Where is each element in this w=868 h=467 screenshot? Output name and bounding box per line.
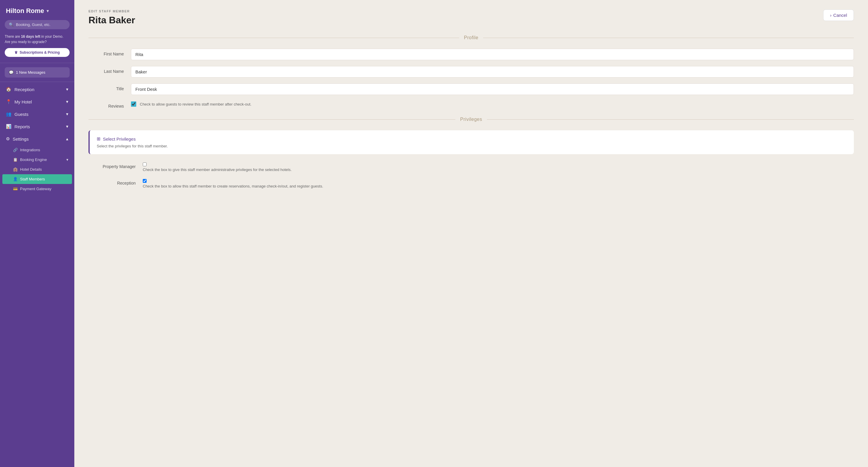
first-name-label: First Name (89, 49, 124, 56)
privileges-section-divider: Privileges (89, 117, 854, 122)
search-placeholder: Booking, Guest, etc. (16, 22, 51, 27)
main-content: EDIT STAFF MEMBER Rita Baker › Cancel Pr… (74, 0, 868, 467)
booking-engine-chevron-icon: ▾ (66, 157, 68, 162)
title-row: Title (89, 84, 854, 95)
edit-label: EDIT STAFF MEMBER (89, 9, 135, 13)
reception-privilege-checkbox[interactable] (143, 179, 147, 183)
title-input[interactable] (131, 84, 854, 95)
hotel-name[interactable]: Hilton Rome ▾ (0, 0, 74, 18)
sidebar-divider (0, 63, 74, 63)
hotel-name-text: Hilton Rome (6, 7, 44, 15)
first-name-row: First Name (89, 49, 854, 60)
reception-privilege-row: Reception Check the box to allow this st… (89, 179, 854, 188)
upgrade-button[interactable]: ♛ Subscriptions & Pricing (5, 48, 70, 57)
sidebar: Hilton Rome ▾ 🔍 Booking, Guest, etc. The… (0, 0, 74, 467)
my-hotel-chevron-icon: ▾ (66, 99, 68, 104)
select-privileges-desc: Select the privileges for this staff mem… (97, 144, 847, 148)
settings-chevron-icon: ▴ (66, 136, 68, 142)
select-privileges-link[interactable]: ⊞ Select Privileges (97, 136, 847, 142)
sidebar-item-my-hotel[interactable]: 📍 My Hotel ▾ (0, 96, 74, 108)
reviews-label: Reviews (89, 101, 124, 108)
reception-icon: 🏠 (6, 87, 11, 92)
last-name-label: Last Name (89, 66, 124, 74)
privileges-icon: ⊞ (97, 136, 100, 142)
page-header: EDIT STAFF MEMBER Rita Baker › Cancel (89, 9, 854, 26)
sidebar-item-reports[interactable]: 📊 Reports ▾ (0, 120, 74, 133)
reviews-hint: Check to allow guests to review this sta… (140, 102, 251, 106)
sidebar-item-settings[interactable]: ⚙ Settings ▴ (0, 133, 74, 145)
reports-icon: 📊 (6, 124, 11, 129)
cancel-button[interactable]: › Cancel (823, 9, 854, 21)
guests-icon: 👥 (6, 112, 11, 117)
reports-chevron-icon: ▾ (66, 124, 68, 129)
title-label: Title (89, 84, 124, 91)
crown-icon: ♛ (14, 51, 18, 55)
sidebar-item-integrations[interactable]: 🔗 Integrations (0, 145, 74, 155)
cancel-chevron-icon: › (830, 13, 831, 18)
reception-privilege-label: Reception (89, 179, 136, 185)
sidebar-item-reception[interactable]: 🏠 Reception ▾ (0, 83, 74, 96)
sidebar-item-staff-members[interactable]: 👤 Staff Members (2, 174, 72, 184)
settings-icon: ⚙ (6, 136, 10, 142)
reviews-row: Reviews Check to allow guests to review … (89, 101, 854, 108)
sidebar-divider-2 (0, 82, 74, 82)
booking-engine-icon: 📋 (13, 157, 18, 162)
sidebar-item-payment-gateway[interactable]: 💳 Payment Gateway (0, 184, 74, 194)
messages-button[interactable]: 💬 1 New Messages (5, 67, 70, 77)
search-bar[interactable]: 🔍 Booking, Guest, etc. (5, 20, 70, 29)
last-name-row: Last Name (89, 66, 854, 77)
message-icon: 💬 (9, 70, 13, 74)
sidebar-item-booking-engine[interactable]: 📋 Booking Engine ▾ (0, 155, 74, 164)
demo-notice: There are 16 days left in your Demo. Are… (5, 34, 70, 44)
last-name-input[interactable] (131, 66, 854, 77)
sidebar-item-hotel-details[interactable]: 🏨 Hotel Details (0, 164, 74, 174)
hotel-details-icon: 🏨 (13, 167, 18, 172)
select-privileges-card: ⊞ Select Privileges Select the privilege… (89, 130, 854, 154)
my-hotel-icon: 📍 (6, 99, 11, 104)
reception-chevron-icon: ▾ (66, 87, 68, 92)
first-name-input[interactable] (131, 49, 854, 60)
search-icon: 🔍 (9, 22, 13, 27)
integrations-icon: 🔗 (13, 148, 18, 152)
property-manager-row: Property Manager Check the box to give t… (89, 162, 854, 172)
profile-section-divider: Profile (89, 35, 854, 40)
hotel-chevron-icon: ▾ (46, 8, 49, 13)
privileges-section-label: Privileges (460, 117, 482, 122)
reception-privilege-hint: Check the box to allow this staff member… (143, 184, 854, 188)
property-manager-label: Property Manager (89, 162, 136, 169)
profile-section-label: Profile (464, 35, 478, 40)
guests-chevron-icon: ▾ (66, 112, 68, 117)
staff-members-icon: 👤 (13, 177, 18, 181)
property-manager-hint: Check the box to give this staff member … (143, 167, 854, 172)
payment-gateway-icon: 💳 (13, 187, 18, 191)
reviews-checkbox[interactable] (131, 101, 136, 107)
property-manager-checkbox[interactable] (143, 162, 147, 166)
sidebar-item-guests[interactable]: 👥 Guests ▾ (0, 108, 74, 120)
page-title: Rita Baker (89, 15, 135, 26)
